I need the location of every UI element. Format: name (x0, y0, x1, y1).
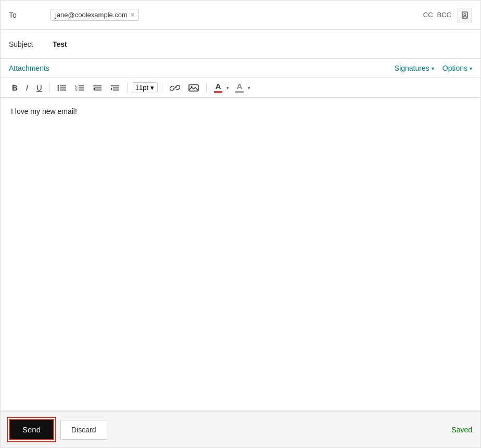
recipient-tag[interactable]: jane@coolexample.com × (50, 9, 139, 21)
cc-bcc-links: CC BCC (423, 11, 451, 19)
discard-button[interactable]: Discard (60, 420, 107, 440)
to-field-content: jane@coolexample.com × (50, 9, 423, 21)
email-body-text: I love my new email! (11, 107, 77, 116)
ordered-list-button[interactable]: 1. 2. 3. (72, 82, 87, 94)
highlight-color-letter: A (237, 82, 243, 90)
options-button[interactable]: Options ▾ (442, 64, 472, 72)
to-label: To (9, 11, 50, 19)
cc-button[interactable]: CC (423, 11, 433, 19)
to-field-actions: CC BCC (423, 8, 472, 22)
underline-button[interactable]: U (33, 81, 45, 94)
outdent-button[interactable] (90, 82, 105, 94)
text-color-letter: A (216, 82, 221, 90)
footer: Send Discard Saved (1, 411, 480, 447)
send-button[interactable]: Send (9, 419, 54, 440)
text-color-button[interactable]: A (211, 81, 225, 94)
right-options: Signatures ▾ Options ▾ (395, 64, 472, 72)
svg-text:3.: 3. (75, 88, 78, 92)
insert-link-button[interactable] (167, 82, 183, 94)
indent-button[interactable] (107, 82, 123, 94)
font-size-selector[interactable]: 11pt ▾ (132, 82, 158, 93)
text-color-wrapper: A ▾ (211, 81, 230, 94)
text-color-dropdown-icon[interactable]: ▾ (225, 84, 230, 92)
signatures-button[interactable]: Signatures ▾ (395, 64, 434, 72)
toolbar-separator-2 (127, 83, 128, 93)
font-size-value: 11pt (135, 84, 148, 92)
toolbar-separator-1 (49, 83, 50, 93)
highlight-color-dropdown-icon[interactable]: ▾ (247, 84, 251, 92)
toolbar-separator-4 (206, 83, 207, 93)
insert-image-button[interactable] (185, 82, 202, 94)
remove-recipient-btn[interactable]: × (131, 11, 134, 19)
toolbar-separator-3 (162, 83, 162, 93)
highlight-color-wrapper: A ▾ (232, 81, 251, 94)
subject-input[interactable] (50, 39, 472, 49)
italic-button[interactable]: I (23, 81, 31, 94)
email-body-editor[interactable]: I love my new email! (1, 98, 480, 411)
svg-point-2 (57, 85, 59, 86)
formatting-toolbar: B I U 1. 2. 3. (1, 78, 480, 98)
attachments-button[interactable]: Attachments (9, 64, 49, 72)
saved-status: Saved (451, 426, 472, 434)
options-arrow-icon: ▾ (470, 66, 472, 71)
bold-button[interactable]: B (9, 81, 21, 94)
unordered-list-button[interactable] (54, 82, 70, 94)
svg-rect-23 (189, 85, 198, 91)
subject-row: Subject (1, 30, 480, 59)
signatures-arrow-icon: ▾ (432, 66, 434, 71)
svg-marker-21 (111, 87, 112, 91)
svg-point-3 (57, 87, 59, 88)
subject-label: Subject (9, 40, 50, 48)
svg-point-4 (57, 89, 59, 91)
bcc-button[interactable]: BCC (437, 11, 451, 19)
svg-point-1 (464, 14, 466, 16)
highlight-color-button[interactable]: A (232, 81, 247, 94)
contact-picker-icon[interactable] (458, 8, 472, 22)
to-row: To jane@coolexample.com × CC BCC (1, 1, 480, 30)
svg-line-22 (173, 87, 176, 88)
options-row: Attachments Signatures ▾ Options ▾ (1, 59, 480, 78)
font-size-arrow-icon: ▾ (150, 84, 154, 92)
recipient-email: jane@coolexample.com (55, 11, 128, 19)
svg-marker-17 (93, 87, 95, 91)
